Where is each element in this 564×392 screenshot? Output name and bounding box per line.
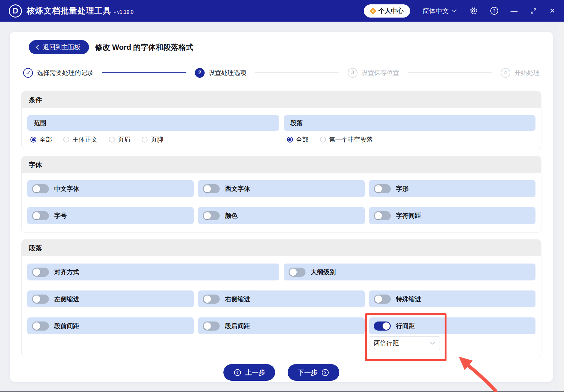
outline-level-toggle[interactable]: [289, 268, 306, 277]
toggle-knob: [33, 322, 40, 330]
radio-scope-all[interactable]: 全部: [30, 135, 52, 144]
scope-radio-group: 全部 主体正文 页眉 页脚: [27, 131, 279, 144]
close-button[interactable]: ✕: [550, 8, 555, 14]
space-after-toggle[interactable]: [203, 321, 220, 331]
radio-icon: [142, 137, 148, 143]
help-icon: ?: [490, 7, 498, 15]
color-toggle[interactable]: [203, 211, 220, 220]
app-logo: D: [9, 4, 22, 18]
radio-scope-body-text[interactable]: 主体正文: [63, 135, 97, 144]
radio-label: 全部: [39, 135, 52, 144]
toggle-row-char-spacing: 字符间距: [369, 207, 535, 224]
app-version: - v1.19.0: [114, 9, 133, 15]
toggle-knob: [375, 212, 382, 219]
toggle-knob: [375, 295, 382, 303]
stepper-connector: [255, 72, 339, 73]
toggle-label: 大纲级别: [311, 268, 336, 276]
section-font: 字体 中文字体 西文字体 字形 字号: [21, 156, 541, 233]
radio-paragraph-first-nonempty[interactable]: 第一个非空段落: [320, 135, 373, 144]
toggle-knob: [204, 212, 211, 219]
close-icon: ✕: [550, 7, 555, 15]
back-to-dashboard-button[interactable]: 返回到主面板: [29, 40, 89, 54]
prev-step-button[interactable]: 上一步: [223, 364, 275, 381]
line-spacing-cell: 行间距 两倍行距: [369, 317, 535, 350]
space-before-toggle[interactable]: [32, 321, 49, 331]
section-condition-body: 范围 全部 主体正文 页眉: [22, 108, 541, 149]
card-header: 返回到主面板 修改 Word 的字体和段落格式: [21, 32, 541, 61]
line-spacing-select-value: 两倍行距: [374, 339, 399, 348]
toggle-label: 字符间距: [396, 212, 421, 220]
radio-label: 页脚: [151, 135, 163, 144]
chinese-font-toggle[interactable]: [32, 184, 49, 193]
help-button[interactable]: ?: [490, 7, 498, 15]
radio-label: 主体正文: [72, 135, 97, 144]
western-font-toggle[interactable]: [203, 184, 220, 193]
maximize-button[interactable]: [530, 8, 537, 14]
toggle-row-space-after: 段后间距: [198, 317, 364, 334]
toggle-knob: [375, 185, 382, 192]
right-indent-toggle[interactable]: [203, 295, 220, 304]
alignment-toggle[interactable]: [32, 268, 49, 277]
condition-group-scope: 范围 全部 主体正文 页眉: [27, 115, 279, 144]
vip-badge-icon: V: [369, 7, 376, 14]
toggle-label: 颜色: [225, 212, 238, 220]
main-card: 返回到主面板 修改 Word 的字体和段落格式 选择需要处理的记录 2 设置处理…: [9, 31, 553, 382]
toggle-knob: [204, 322, 211, 330]
toggle-label: 段前间距: [54, 322, 79, 330]
line-spacing-select[interactable]: 两倍行距: [369, 336, 440, 350]
line-spacing-toggle[interactable]: [374, 321, 391, 331]
radio-icon: [30, 137, 36, 143]
minimize-icon: —: [511, 7, 518, 15]
section-font-title: 字体: [22, 156, 541, 173]
radio-paragraph-all[interactable]: 全部: [287, 135, 309, 144]
logo-letter: D: [13, 6, 18, 15]
settings-button[interactable]: [469, 7, 478, 15]
toggle-row-line-spacing: 行间距: [369, 317, 535, 334]
next-step-button[interactable]: 下一步: [288, 364, 339, 381]
personal-center-button[interactable]: V 个人中心: [364, 4, 410, 18]
toggle-label: 中文字体: [54, 185, 79, 193]
special-indent-toggle[interactable]: [374, 295, 391, 304]
minimize-button[interactable]: —: [511, 8, 518, 14]
help-glyph: ?: [493, 8, 495, 13]
toggle-row-special-indent: 特殊缩进: [369, 290, 535, 307]
step-3: 3 设置保存位置: [348, 68, 399, 78]
page-title: 修改 Word 的字体和段落格式: [95, 42, 193, 52]
maximize-icon: [530, 8, 537, 14]
glyph-style-toggle[interactable]: [374, 184, 391, 193]
toggle-knob: [33, 185, 40, 192]
toggle-label: 字号: [54, 212, 67, 220]
radio-label: 页眉: [118, 135, 130, 144]
char-spacing-toggle[interactable]: [374, 211, 391, 220]
toggle-row-font-size: 字号: [27, 207, 194, 224]
prev-step-label: 上一步: [245, 368, 265, 377]
titlebar: D 核烁文档批量处理工具 - v1.19.0 V 个人中心 简体中文 ? —: [0, 0, 564, 22]
toggle-label: 字形: [396, 185, 409, 193]
toggle-label: 段后间距: [225, 322, 250, 330]
toggle-knob: [290, 269, 297, 276]
toggle-row-space-before: 段前间距: [27, 317, 194, 334]
toggle-label: 特殊缩进: [396, 295, 421, 303]
circle-arrow-right-icon: [321, 368, 329, 377]
language-selector[interactable]: 简体中文: [423, 7, 457, 15]
language-label: 简体中文: [423, 7, 449, 15]
left-indent-toggle[interactable]: [32, 295, 49, 304]
radio-scope-footer[interactable]: 页脚: [142, 135, 163, 144]
vip-badge-letter: V: [372, 9, 374, 13]
radio-scope-header[interactable]: 页眉: [109, 135, 130, 144]
titlebar-actions: V 个人中心 简体中文 ? —: [364, 4, 555, 18]
step-1-label: 选择需要处理的记录: [37, 69, 93, 77]
step-2-label: 设置处理选项: [209, 69, 246, 77]
app-title: 核烁文档批量处理工具: [27, 5, 111, 16]
paragraph-group-title: 段落: [284, 115, 536, 131]
step-3-number: 3: [348, 68, 358, 78]
font-size-toggle[interactable]: [32, 211, 49, 220]
window-scrollbar-gutter[interactable]: [559, 22, 564, 392]
toggle-label: 行间距: [396, 322, 415, 330]
toggle-label: 左侧缩进: [54, 295, 79, 303]
toggle-row-alignment: 对齐方式: [27, 264, 279, 280]
step-2: 2 设置处理选项: [195, 68, 246, 78]
toggle-knob: [33, 295, 40, 303]
toggle-knob: [204, 185, 211, 192]
toggle-knob: [383, 322, 390, 330]
